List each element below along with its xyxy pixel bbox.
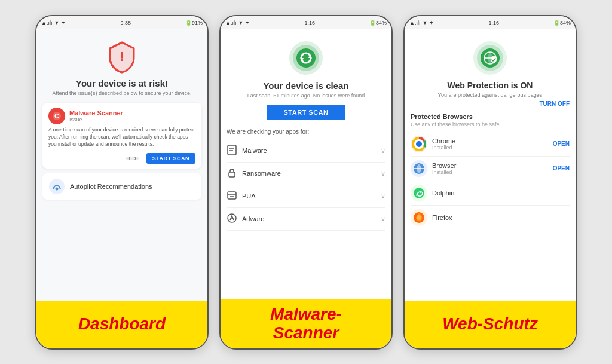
start-scan-button-dashboard[interactable]: START SCAN [146,153,195,164]
battery-scanner: 🔋84% [369,20,387,26]
malware-title-col: Malware Scanner Issue [69,109,123,123]
hide-button[interactable]: HIDE [126,155,140,161]
chrome-open-button[interactable]: OPEN [553,140,570,147]
dolphin-name: Dolphin [432,189,570,197]
protected-title: Protected Browsers [411,113,570,120]
malware-icon: C [48,108,65,124]
turn-off-button[interactable]: TURN OFF [539,100,570,107]
malware-name: Malware Scanner [69,109,123,117]
scan-item-left-ransomware: Ransomware [227,167,281,180]
scan-items-list: Malware ∨ Ransomware ∨ [227,140,385,231]
svg-point-23 [420,192,421,193]
time-display-web: 1:16 [488,20,499,26]
chevron-down-icon-ransomware: ∨ [381,170,385,178]
svg-point-7 [296,48,316,68]
clean-icon [288,40,324,76]
malware-scan-icon [227,145,237,157]
chrome-icon [411,136,427,152]
browser-icon [411,160,427,177]
svg-rect-8 [228,145,236,155]
chevron-down-icon-pua: ∨ [381,192,385,200]
status-left-web: ▲.ılı ▼ ✦ [409,20,434,26]
pua-scan-icon [227,190,237,203]
browser-item-browser[interactable]: Browser Installed OPEN [411,157,570,181]
web-subtitle: You are protected against dangerous page… [411,92,570,98]
protected-subtitle: Use any of these browsers to be safe [411,121,570,127]
browser-item-chrome[interactable]: Chrome Installed OPEN [411,132,570,157]
dolphin-info: Dolphin [432,189,570,197]
dashboard-content: ! Your device is at risk! Attend the iss… [36,29,207,348]
svg-rect-10 [228,192,236,199]
signal-icon-scanner: ▲.ılı [225,20,236,26]
battery-icon-scanner: 🔋84% [369,20,387,26]
scan-item-malware[interactable]: Malware ∨ [227,140,385,163]
browser-open-button[interactable]: OPEN [553,165,570,172]
risk-subtitle: Attend the issue(s) described below to s… [42,90,201,97]
adware-scan-icon [227,213,237,225]
malware-svg: C [52,111,62,121]
signal-icon-web: ▲.ılı [409,20,420,26]
svg-text:C: C [54,112,59,120]
svg-point-3 [49,179,65,194]
phone-webprotection: ▲.ılı ▼ ✦ 1:16 🔋84% [403,15,577,350]
time-display-dashboard: 9:38 [120,20,131,26]
bt-icon-web: ✦ [429,20,434,26]
svg-point-25 [417,215,421,220]
start-scan-button[interactable]: START SCAN [267,105,345,120]
chrome-status: Installed [432,145,553,151]
clean-title: Your device is clean [227,81,385,91]
bt-icon: ✦ [61,20,66,26]
signal-icon: ▲.ılı [41,20,52,26]
browser-name: Browser [432,162,553,169]
scanner-body: Your device is clean Last scan: 51 minut… [221,29,391,299]
autopilot-row[interactable]: Autopilot Recommendations [42,173,201,200]
browser-status: Installed [432,169,553,175]
dolphin-icon [411,185,427,201]
chrome-name: Chrome [432,137,553,145]
dashboard-banner-text: Dashboard [78,315,166,334]
status-bar-web: ▲.ılı ▼ ✦ 1:16 🔋84% [405,16,576,29]
risk-shield-icon: ! [105,40,139,74]
scan-item-ransomware[interactable]: Ransomware ∨ [227,163,385,185]
browser-item-firefox: Firefox [411,206,570,230]
web-banner: Web-Schutz [405,301,576,348]
browser-info: Browser Installed [432,162,553,175]
scan-item-pua[interactable]: PUA ∨ [227,185,385,208]
battery-web: 🔋84% [553,20,571,26]
battery-dashboard: 🔋91% [185,20,203,26]
scan-item-name-malware: Malware [242,147,267,154]
scanner-banner: Malware- Scanner [221,299,391,348]
scan-item-left-pua: PUA [227,190,256,203]
firefox-name: Firefox [432,214,570,221]
status-left-scanner: ▲.ılı ▼ ✦ [225,20,250,26]
svg-text:!: ! [120,49,124,64]
phone-scanner: ▲.ılı ▼ ✦ 1:16 🔋84% [219,15,393,350]
status-left-dashboard: ▲.ılı ▼ ✦ [41,20,66,26]
chrome-info: Chrome Installed [432,137,553,151]
scan-item-adware[interactable]: Adware ∨ [227,208,385,231]
malware-issue: Issue [69,117,123,123]
malware-card: C Malware Scanner Issue A one-time scan … [42,103,201,169]
malware-actions: HIDE START SCAN [48,153,195,164]
checking-label: We are checking your apps for: [227,129,385,135]
firefox-icon [411,209,427,226]
scanner-banner-text: Malware- Scanner [270,305,342,342]
scanner-content: Your device is clean Last scan: 51 minut… [221,29,391,348]
browser-item-dolphin: Dolphin [411,181,570,206]
web-banner-text: Web-Schutz [442,315,538,334]
risk-icon-wrap: ! [42,40,201,74]
turn-off-row: TURN OFF [411,100,570,107]
web-protection-icon [472,40,508,76]
scan-item-name-adware: Adware [242,215,264,222]
main-container: ▲.ılı ▼ ✦ 9:38 🔋91% ! Your devic [25,4,587,360]
scan-item-left-malware: Malware [227,145,267,157]
scan-item-left-adware: Adware [227,213,264,225]
wifi-icon-scanner: ▼ [238,20,243,26]
chevron-down-icon-malware: ∨ [381,147,385,155]
dashboard-banner: Dashboard [36,301,207,348]
battery-icon-web: 🔋84% [553,20,571,26]
ransomware-scan-icon [227,167,237,180]
autopilot-label: Autopilot Recommendations [70,183,152,190]
web-content: Web Protection is ON You are protected a… [405,29,576,348]
status-bar-dashboard: ▲.ılı ▼ ✦ 9:38 🔋91% [36,16,207,29]
